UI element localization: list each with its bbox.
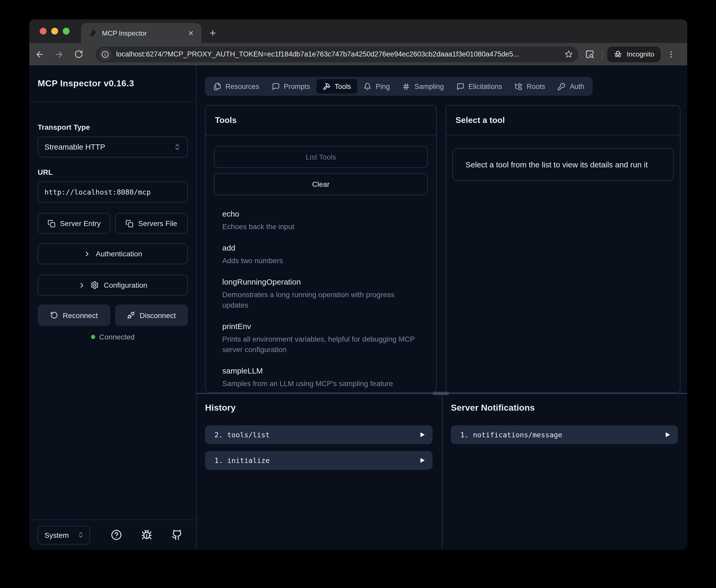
transport-type-value: Streamable HTTP: [44, 143, 105, 151]
tool-list-item[interactable]: longRunningOperation Demonstrates a long…: [214, 272, 428, 316]
tab-roots[interactable]: Roots: [508, 79, 551, 93]
tool-list: echo Echoes back the input add Adds two …: [214, 204, 428, 392]
copy-icon: [126, 219, 133, 227]
close-tab-icon[interactable]: ✕: [186, 28, 196, 38]
splitter-grip[interactable]: [433, 392, 449, 395]
tab-ping[interactable]: Ping: [357, 79, 396, 93]
app-title: MCP Inspector v0.16.3: [38, 78, 134, 89]
mcp-logo-icon: [88, 29, 97, 37]
reconnect-button[interactable]: Reconnect: [38, 304, 110, 326]
servers-file-label: Servers File: [138, 219, 177, 228]
tool-list-item[interactable]: echo Echoes back the input: [214, 204, 428, 237]
tab-label: Roots: [527, 82, 545, 90]
history-title: History: [205, 403, 433, 413]
tool-description: Samples from an LLM using MCP's sampling…: [222, 378, 419, 389]
tool-list-item[interactable]: printEnv Prints all environment variable…: [214, 316, 428, 360]
theme-select[interactable]: System: [38, 525, 90, 544]
bookmark-star-icon[interactable]: [564, 50, 573, 59]
incognito-badge: Incognito: [607, 46, 660, 62]
traffic-lights: [29, 19, 79, 43]
url-label: URL: [38, 168, 188, 176]
main-area: Resources Prompts Tools: [197, 65, 687, 550]
chevrons-up-down-icon: [78, 531, 84, 538]
expand-play-icon: [419, 432, 425, 438]
tool-description: Prints all environment variables, helpfu…: [222, 334, 419, 355]
sidebar-body: Transport Type Streamable HTTP URL: [29, 102, 196, 341]
configuration-expander[interactable]: Configuration: [38, 275, 188, 296]
mcp-inspector-app: MCP Inspector v0.16.3 Transport Type Str…: [29, 65, 687, 550]
history-item[interactable]: 2. tools/list: [205, 425, 433, 444]
history-item[interactable]: 1. initialize: [205, 451, 433, 470]
connection-status: Connected: [38, 333, 188, 341]
transport-type-label: Transport Type: [38, 123, 188, 131]
copy-icon: [47, 219, 55, 227]
hash-icon: [403, 82, 410, 90]
history-pane: History 2. tools/list 1. initialize: [197, 394, 442, 550]
search-tabs-icon[interactable]: [583, 47, 597, 61]
server-entry-button[interactable]: Server Entry: [38, 213, 110, 234]
tool-name: echo: [222, 209, 419, 218]
transport-type-select[interactable]: Streamable HTTP: [38, 136, 188, 158]
tab-label: Resources: [225, 82, 259, 90]
tool-list-item[interactable]: sampleLLM Samples from an LLM using MCP'…: [214, 360, 428, 392]
message-square-icon: [272, 82, 280, 90]
list-tools-button[interactable]: List Tools: [214, 146, 428, 168]
select-tool-empty-message: Select a tool from the list to view its …: [452, 148, 674, 181]
site-info-icon[interactable]: [99, 48, 111, 60]
back-icon[interactable]: [32, 47, 47, 61]
tab-resources[interactable]: Resources: [207, 79, 265, 93]
close-window-button[interactable]: [40, 28, 46, 35]
tool-list-item[interactable]: add Adds two numbers: [214, 237, 428, 272]
address-bar[interactable]: localhost:6274/?MCP_PROXY_AUTH_TOKEN=ec1…: [96, 46, 579, 62]
server-url-input[interactable]: [38, 182, 188, 203]
hammer-icon: [323, 82, 330, 90]
tab-elicitations[interactable]: Elicitations: [450, 79, 508, 93]
server-entry-label: Server Entry: [60, 219, 101, 228]
authentication-expander[interactable]: Authentication: [38, 243, 188, 264]
github-icon[interactable]: [172, 529, 182, 540]
chevron-right-icon: [83, 250, 91, 258]
disconnect-button[interactable]: Disconnect: [115, 304, 188, 326]
browser-window: MCP Inspector ✕ + localhost:6274/?MCP_PR…: [29, 19, 687, 550]
forward-icon[interactable]: [52, 47, 66, 61]
servers-file-button[interactable]: Servers File: [115, 213, 188, 234]
reconnect-label: Reconnect: [63, 311, 98, 319]
reload-icon[interactable]: [71, 47, 86, 61]
key-icon: [558, 82, 566, 90]
tab-label: Elicitations: [468, 82, 502, 90]
disconnect-label: Disconnect: [139, 311, 176, 319]
select-tool-panel-header: Select a tool: [446, 106, 680, 135]
help-icon[interactable]: [111, 529, 122, 540]
tool-name: longRunningOperation: [222, 277, 419, 286]
status-label: Connected: [99, 333, 134, 341]
tab-prompts[interactable]: Prompts: [265, 79, 317, 93]
authentication-label: Authentication: [96, 250, 142, 258]
notification-item-label: 1. notifications/message: [460, 430, 562, 439]
notification-item[interactable]: 1. notifications/message: [451, 425, 678, 444]
toolbar-divider: [602, 49, 603, 59]
tab-label: Prompts: [284, 82, 310, 90]
tab-label: Sampling: [414, 82, 444, 90]
tab-tools[interactable]: Tools: [317, 79, 357, 93]
folder-tree-icon: [515, 82, 522, 90]
minimize-window-button[interactable]: [51, 28, 58, 35]
tools-panel: Tools List Tools Clear echo Echoes back …: [205, 105, 437, 393]
expand-play-icon: [665, 432, 671, 438]
tab-sampling[interactable]: Sampling: [396, 79, 450, 93]
tab-label: Ping: [376, 82, 390, 90]
clear-tools-button[interactable]: Clear: [214, 173, 428, 195]
maximize-window-button[interactable]: [63, 28, 69, 35]
incognito-icon: [613, 50, 622, 59]
browser-tab[interactable]: MCP Inspector ✕: [81, 23, 201, 43]
theme-value: System: [44, 531, 69, 539]
chevrons-up-down-icon: [174, 143, 181, 151]
tab-auth[interactable]: Auth: [551, 79, 591, 93]
expand-play-icon: [419, 457, 425, 463]
horizontal-splitter[interactable]: [197, 393, 687, 394]
gear-icon: [91, 281, 99, 289]
tab-label: Tools: [335, 82, 351, 90]
new-tab-button[interactable]: +: [210, 23, 216, 43]
bug-icon[interactable]: [141, 529, 152, 540]
browser-menu-icon[interactable]: [664, 47, 678, 61]
tool-description: Demonstrates a long running operation wi…: [222, 289, 419, 310]
